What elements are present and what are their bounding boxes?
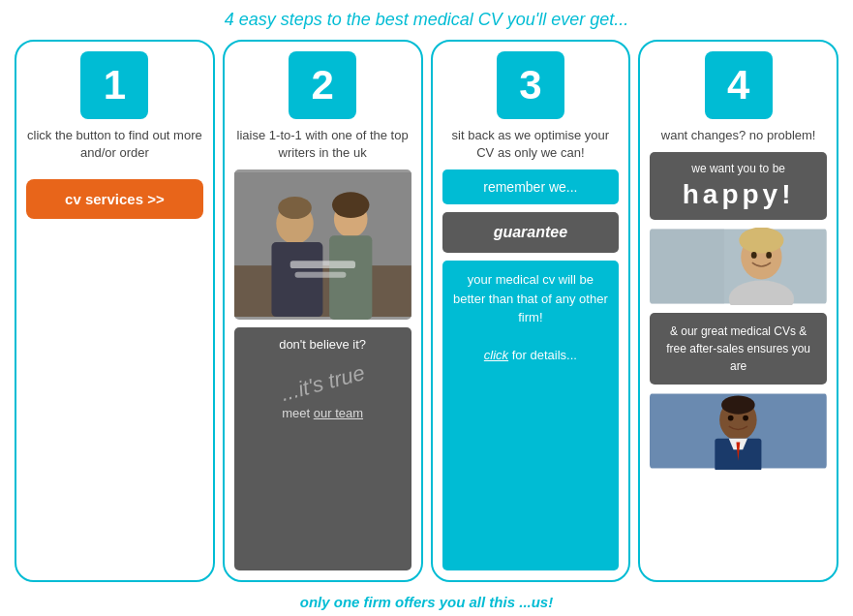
svg-point-19 [721, 396, 755, 415]
svg-point-24 [743, 416, 748, 421]
columns-wrapper: 1 click the button to find out more and/… [10, 40, 843, 582]
happy-box: we want you to be happy! [650, 152, 827, 220]
and-our-box: & our great medical CVs & free after-sal… [650, 313, 827, 385]
svg-rect-9 [294, 272, 346, 278]
column-3: 3 sit back as we optimise your CV as onl… [431, 40, 631, 582]
step-4-number: 4 [705, 51, 773, 119]
step-1-desc: click the button to find out more and/or… [26, 127, 203, 162]
column-1: 1 click the button to find out more and/… [15, 40, 215, 582]
step-2-number: 2 [289, 51, 356, 119]
cv-promise-box: your medical cv will be better than that… [442, 261, 620, 570]
page-title: 4 easy steps to the best medical CV you'… [10, 10, 843, 30]
svg-point-23 [728, 416, 734, 421]
remember-box: remember we... [442, 169, 620, 204]
svg-rect-3 [271, 242, 322, 317]
dont-believe-text: don't believe it? [244, 337, 402, 352]
happy-text: happy! [659, 179, 817, 210]
click-link[interactable]: click [484, 348, 508, 362]
cv-promise-text: your medical cv will be better than that… [452, 270, 610, 327]
col2-photo [234, 169, 411, 320]
svg-point-15 [766, 252, 772, 259]
cv-services-button[interactable]: cv services >> [26, 179, 203, 219]
col2-dark-box: don't believe it? ...it's true meet our … [234, 327, 411, 570]
svg-rect-16 [650, 230, 724, 304]
man-photo [650, 392, 827, 470]
svg-point-4 [278, 197, 312, 219]
we-want-text: we want you to be [659, 162, 817, 175]
step-1-number: 1 [80, 51, 148, 119]
svg-point-14 [751, 252, 757, 259]
svg-point-7 [332, 193, 369, 219]
step-4-desc: want changes? no problem! [661, 127, 816, 144]
guarantee-box: guarantee [442, 212, 620, 253]
step-2-desc: liaise 1-to-1 with one of the top writer… [234, 127, 411, 162]
column-4: 4 want changes? no problem! we want you … [638, 40, 838, 582]
click-details-text: click for details... [452, 346, 610, 365]
woman-photo [650, 228, 827, 305]
column-2: 2 liaise 1-to-1 with one of the top writ… [223, 40, 423, 582]
step-3-desc: sit back as we optimise your CV as only … [442, 127, 620, 162]
step-3-number: 3 [497, 51, 564, 119]
footer-text: only one firm offers you all this ...us! [10, 594, 843, 610]
svg-rect-8 [289, 262, 354, 269]
svg-point-12 [740, 228, 784, 254]
our-team-link[interactable]: our team [314, 406, 363, 420]
